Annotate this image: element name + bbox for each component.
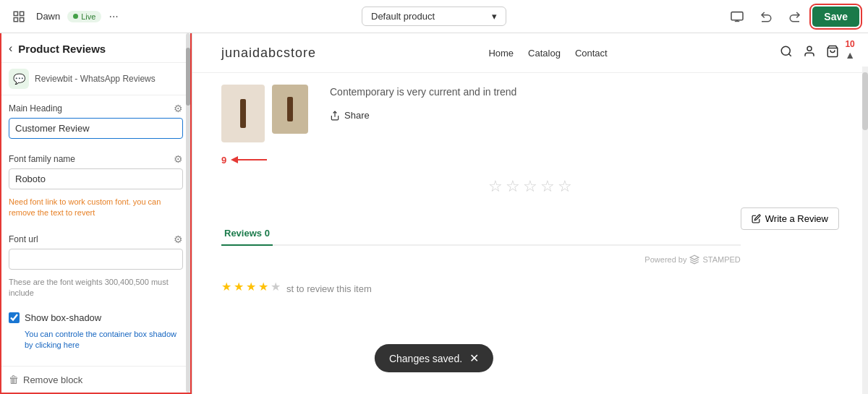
top-bar-left: Dawn Live ··· bbox=[9, 7, 119, 27]
product-thumb-alt bbox=[272, 85, 308, 134]
font-family-input[interactable] bbox=[9, 168, 183, 189]
font-family-hint: Need font link to work custom font. you … bbox=[9, 197, 183, 219]
sidebar-header: ‹ Product Reviews bbox=[1, 33, 190, 63]
product-details: Contemporary is very current and in tren… bbox=[330, 85, 839, 121]
scroll-up-btn[interactable]: ▲ bbox=[845, 49, 855, 61]
nav-link-catalog[interactable]: Catalog bbox=[528, 48, 561, 59]
product-images bbox=[221, 85, 308, 142]
save-button[interactable]: Save bbox=[812, 7, 859, 27]
main-heading-input[interactable] bbox=[9, 118, 183, 139]
svg-point-8 bbox=[807, 46, 812, 51]
preview-scrollbar[interactable] bbox=[862, 67, 868, 394]
share-button[interactable]: Share bbox=[330, 110, 370, 121]
font-url-input[interactable] bbox=[9, 249, 183, 270]
box-shadow-label: Show box-shadow bbox=[25, 312, 101, 323]
be-first-text: st to review this item bbox=[286, 283, 372, 294]
preview-area: 10 ▲ junaidabcstore Home Catalog Contact bbox=[192, 33, 868, 394]
remove-block-label: Remove block bbox=[23, 374, 82, 385]
mini-stars: ★ ★ ★ ★ ★ bbox=[221, 280, 281, 294]
reviews-tab-row: Reviews 0 bbox=[221, 222, 741, 246]
svg-rect-10 bbox=[240, 99, 246, 128]
main-layout: ‹ Product Reviews 💬 Reviewbit - WhatsApp… bbox=[0, 33, 868, 394]
sidebar: ‹ Product Reviews 💬 Reviewbit - WhatsApp… bbox=[0, 33, 192, 394]
plugin-icon: 💬 bbox=[9, 69, 29, 89]
trash-icon: 🗑 bbox=[9, 374, 19, 385]
svg-rect-11 bbox=[287, 97, 293, 121]
account-nav-icon[interactable] bbox=[803, 45, 816, 61]
mini-star-1: ★ bbox=[221, 280, 231, 294]
live-dot bbox=[73, 14, 78, 19]
star-1: ☆ bbox=[488, 177, 503, 196]
font-family-label: Font family name bbox=[9, 154, 75, 164]
stamped-label: STAMPED bbox=[702, 255, 740, 264]
top-bar-right: Save bbox=[726, 5, 859, 28]
svg-rect-2 bbox=[14, 17, 17, 21]
back-icon[interactable]: ‹ bbox=[9, 42, 12, 55]
font-url-stack-icon[interactable]: ⚙ bbox=[174, 234, 183, 245]
nav-icons bbox=[780, 45, 839, 61]
svg-rect-4 bbox=[731, 12, 743, 20]
search-nav-icon[interactable] bbox=[780, 45, 793, 61]
desktop-icon[interactable] bbox=[726, 5, 749, 28]
rating-stars-empty: ☆ ☆ ☆ ☆ ☆ bbox=[221, 177, 839, 196]
exit-button[interactable] bbox=[9, 7, 29, 27]
mini-star-3: ★ bbox=[246, 280, 256, 294]
font-family-label-row: Font family name ⚙ bbox=[9, 153, 183, 165]
box-shadow-row: Show box-shadow bbox=[1, 307, 190, 329]
font-url-section: Font url ⚙ These are the font weights 30… bbox=[1, 226, 190, 307]
toast-close-button[interactable]: ✕ bbox=[469, 351, 479, 365]
svg-rect-0 bbox=[14, 12, 17, 15]
stack-icon[interactable]: ⚙ bbox=[174, 103, 183, 114]
write-review-button[interactable]: Write a Review bbox=[741, 207, 839, 230]
cart-nav-icon[interactable] bbox=[826, 45, 839, 61]
store-brand: junaidabcstore bbox=[221, 46, 316, 61]
star-4: ☆ bbox=[540, 177, 555, 196]
first-review-row: ★ ★ ★ ★ ★ st to review this item bbox=[221, 279, 839, 294]
product-thumb-main bbox=[221, 85, 265, 142]
redo-button[interactable] bbox=[783, 5, 807, 28]
scroll-annotation-num: 10 bbox=[845, 39, 854, 49]
font-url-label-row: Font url ⚙ bbox=[9, 234, 183, 245]
store-name: Dawn bbox=[36, 11, 60, 22]
powered-by: Powered by STAMPED bbox=[644, 254, 740, 265]
top-bar-center: Default product ▾ bbox=[362, 7, 506, 26]
annotation-num: 9 bbox=[221, 155, 226, 166]
font-url-hint: These are the font weights 300,400,500 m… bbox=[9, 277, 183, 299]
live-badge: Live bbox=[67, 11, 101, 22]
box-shadow-hint: You can controle the container box shado… bbox=[1, 329, 190, 357]
toast-notification: Changes saved. ✕ bbox=[375, 344, 493, 372]
plugin-row: 💬 Reviewbit - WhatsApp Reviews bbox=[1, 63, 190, 95]
star-2: ☆ bbox=[506, 177, 520, 196]
reviews-tab[interactable]: Reviews 0 bbox=[221, 222, 273, 246]
svg-marker-14 bbox=[231, 156, 238, 163]
font-url-label: Font url bbox=[9, 234, 38, 244]
svg-rect-1 bbox=[20, 12, 24, 15]
more-button[interactable]: ··· bbox=[109, 10, 118, 23]
share-label: Share bbox=[344, 110, 370, 121]
sidebar-scrollbar[interactable] bbox=[186, 33, 190, 393]
sidebar-title: Product Reviews bbox=[18, 43, 106, 55]
svg-point-7 bbox=[781, 46, 790, 55]
review-section: 9 ☆ ☆ ☆ ☆ ☆ bbox=[192, 154, 868, 294]
star-5: ☆ bbox=[558, 177, 572, 196]
font-stack-icon[interactable]: ⚙ bbox=[174, 153, 183, 165]
svg-rect-3 bbox=[20, 17, 24, 21]
nav-link-contact[interactable]: Contact bbox=[575, 48, 608, 59]
annotation-arrow-row: 9 bbox=[221, 154, 839, 166]
top-bar: Dawn Live ··· Default product ▾ Sa bbox=[0, 0, 868, 33]
product-description: Contemporary is very current and in tren… bbox=[330, 85, 839, 100]
main-heading-label-row: Main Heading ⚙ bbox=[9, 103, 183, 114]
plugin-name: Reviewbit - WhatsApp Reviews bbox=[35, 74, 156, 84]
mini-star-2: ★ bbox=[234, 280, 244, 294]
store-nav: junaidabcstore Home Catalog Contact bbox=[192, 33, 868, 73]
nav-link-home[interactable]: Home bbox=[488, 48, 514, 59]
write-review-label: Write a Review bbox=[765, 213, 828, 224]
box-shadow-checkbox[interactable] bbox=[9, 312, 20, 323]
mini-star-5: ★ bbox=[271, 280, 281, 294]
store-nav-links: Home Catalog Contact bbox=[488, 48, 607, 59]
toast-message: Changes saved. bbox=[389, 353, 462, 364]
product-dropdown[interactable]: Default product ▾ bbox=[362, 7, 506, 26]
undo-button[interactable] bbox=[754, 5, 778, 28]
remove-block-row[interactable]: 🗑 Remove block bbox=[1, 366, 190, 393]
main-heading-section: Main Heading ⚙ bbox=[1, 95, 190, 146]
